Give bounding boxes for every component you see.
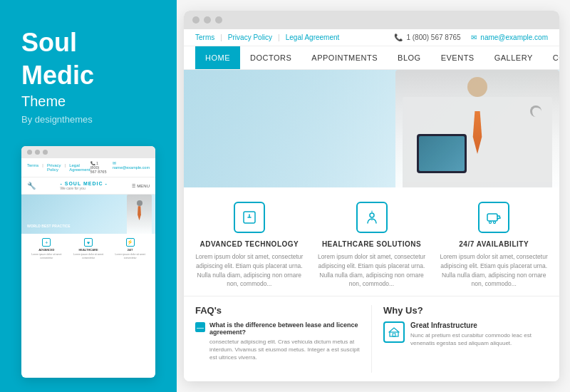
why-item-text-1: Nunc at pretium est curabitur commodo le… xyxy=(410,331,548,347)
why-item-1: Great Infrastructure Nunc at pretium est… xyxy=(383,321,548,347)
faq-panel: FAQ's — What is the difference between l… xyxy=(195,305,372,373)
mini-features-row: + ADVANCED Lorem ipsum dolor sit amet co… xyxy=(27,238,150,259)
svg-point-3 xyxy=(489,222,492,224)
top-sep-2: | xyxy=(278,33,280,41)
nav-item-home[interactable]: HOME xyxy=(195,46,240,69)
faq-question-1: What is the difference between lease and… xyxy=(209,321,360,336)
mini-feature-icon-1: + xyxy=(42,238,51,247)
svg-point-4 xyxy=(494,222,496,224)
mini-feature-text-3: Lorem ipsum dolor sit amet consectetur xyxy=(110,253,150,259)
tablet-screen xyxy=(419,136,465,171)
nav-item-doctors[interactable]: DOCTORS xyxy=(240,46,301,69)
mini-hero-text: WORLD BEST PRACTICE xyxy=(27,224,71,228)
main-content: Terms | Privacy Policy | Legal Agreement… xyxy=(177,0,570,392)
feature-item-2: HEALTHCARE SOLUTIONS Lorem ipsum dolor s… xyxy=(318,202,426,289)
top-email: ✉ name@example.com xyxy=(471,33,548,41)
main-browser-mockup: Terms | Privacy Policy | Legal Agreement… xyxy=(184,11,559,381)
svg-point-1 xyxy=(370,213,374,217)
why-icon-1 xyxy=(383,321,405,343)
tablet xyxy=(417,134,467,173)
bottom-section: FAQ's — What is the difference between l… xyxy=(184,296,559,381)
nav-item-contact[interactable]: CONTACT xyxy=(543,46,559,69)
mini-feature-icon-2: ♥ xyxy=(84,238,93,247)
mini-feature-1: + ADVANCED Lorem ipsum dolor sit amet co… xyxy=(27,238,66,259)
why-item-content-1: Great Infrastructure Nunc at pretium est… xyxy=(410,321,548,347)
mini-menu-icon: ☰ xyxy=(132,183,135,188)
top-link-privacy[interactable]: Privacy Policy xyxy=(228,33,272,41)
mini-feature-title-3: 24/7 xyxy=(128,248,133,252)
theme-subtitle: Theme xyxy=(21,93,155,110)
nav-item-blog[interactable]: BLOG xyxy=(388,46,431,69)
mini-dot-1 xyxy=(27,150,32,155)
faq-content: What is the difference between lease and… xyxy=(209,321,360,362)
mini-menu-label: MENU xyxy=(137,184,150,188)
feature-item-3: 24/7 AVAILABILITY Lorem ipsum dolor sit … xyxy=(440,202,548,289)
top-phone: 📞 1 (800) 567 8765 xyxy=(394,33,461,41)
features-section: ADVANCED TECHNOLOGY Lorem ipsum dolor si… xyxy=(184,187,559,296)
mini-sep-2: | xyxy=(65,163,66,172)
svg-rect-2 xyxy=(487,214,497,221)
mini-feature-text-1: Lorem ipsum dolor sit amet consectetur xyxy=(27,253,66,259)
sidebar: Soul Medic Theme By designthemes Terms |… xyxy=(0,0,177,392)
top-link-terms[interactable]: Terms xyxy=(195,33,214,41)
title-soul: Soul xyxy=(21,29,155,57)
mini-browser-body: Terms | Privacy Policy | Legal Agreement… xyxy=(21,158,155,378)
feature-icon-2 xyxy=(356,202,388,233)
faq-indicator: — xyxy=(195,322,205,332)
feature-text-1: Lorem ipsum dolor sit amet, consectetur … xyxy=(195,252,304,289)
mini-logo-bar: 🔧 - SOUL MEDIC - We care for you ☰ MENU xyxy=(21,177,155,195)
top-sep-1: | xyxy=(220,33,222,41)
availability-icon xyxy=(486,210,502,225)
mini-nav-privacy: Privacy Policy xyxy=(47,163,61,172)
mini-menu-button: ☰ MENU xyxy=(132,183,150,188)
why-panel: Why Us? Great Infrastructure Nunc at pre… xyxy=(372,305,548,373)
stethoscope xyxy=(530,105,542,117)
nav-item-gallery[interactable]: GALLERY xyxy=(484,46,543,69)
mini-top-bar: Terms | Privacy Policy | Legal Agreement… xyxy=(21,158,155,177)
advanced-tech-icon xyxy=(242,210,257,225)
title-medic: Medic xyxy=(21,61,155,90)
svg-rect-6 xyxy=(393,334,395,336)
mini-feature-title-2: HEALTHCARE xyxy=(78,248,98,252)
theme-author: By designthemes xyxy=(21,114,155,125)
doctor-tie xyxy=(471,111,484,154)
phone-number: 1 (800) 567 8765 xyxy=(406,33,460,41)
feature-title-3: 24/7 AVAILABILITY xyxy=(459,240,529,248)
faq-item-1: — What is the difference between lease a… xyxy=(195,321,360,362)
mini-dot-3 xyxy=(43,150,48,155)
browser-dot-3 xyxy=(215,16,222,24)
theme-title: Soul Medic Theme By designthemes xyxy=(21,29,155,146)
mini-nav-legal: Legal Agreement xyxy=(69,163,90,172)
browser-dot-2 xyxy=(204,16,211,24)
hero-section xyxy=(184,70,559,187)
mini-phone: 📞 1 (800) 567 8765 xyxy=(90,161,107,174)
email-icon: ✉ xyxy=(471,33,477,41)
mini-email: ✉ name@example.com xyxy=(113,161,150,174)
mini-feature-text-2: Lorem ipsum dolor sit amet consectetur xyxy=(69,253,108,259)
mini-hero-doctor xyxy=(127,195,152,234)
mini-browser-preview: Terms | Privacy Policy | Legal Agreement… xyxy=(21,146,155,378)
top-nav-links: Terms | Privacy Policy | Legal Agreement xyxy=(195,33,339,41)
svg-rect-5 xyxy=(390,332,398,336)
feature-title-1: ADVANCED TECHNOLOGY xyxy=(200,240,299,248)
doctor-figure xyxy=(395,70,559,187)
main-navigation: HOME DOCTORS APPOINTMENTS BLOG EVENTS GA… xyxy=(184,46,559,70)
hero-overlay xyxy=(184,70,409,187)
why-item-title-1: Great Infrastructure xyxy=(410,321,548,329)
nav-item-appointments[interactable]: APPOINTMENTS xyxy=(301,46,388,69)
browser-body: Terms | Privacy Policy | Legal Agreement… xyxy=(184,29,559,381)
mini-features: + ADVANCED Lorem ipsum dolor sit amet co… xyxy=(21,234,155,378)
faq-title: FAQ's xyxy=(195,305,360,316)
mini-logo: - SOUL MEDIC - We care for you xyxy=(60,181,107,190)
top-contact-info: 📞 1 (800) 567 8765 ✉ name@example.com xyxy=(394,33,548,41)
why-title: Why Us? xyxy=(383,305,548,316)
email-address: name@example.com xyxy=(480,33,548,41)
mini-feature-2: ♥ HEALTHCARE Lorem ipsum dolor sit amet … xyxy=(69,238,108,259)
mini-doctor-head xyxy=(137,200,142,206)
nav-item-events[interactable]: EVENTS xyxy=(431,46,484,69)
feature-text-3: Lorem ipsum dolor sit amet, consectetur … xyxy=(440,252,548,289)
top-link-legal[interactable]: Legal Agreement xyxy=(286,33,340,41)
mini-hero: WORLD BEST PRACTICE xyxy=(21,195,155,234)
feature-item-1: ADVANCED TECHNOLOGY Lorem ipsum dolor si… xyxy=(195,202,304,289)
healthcare-icon xyxy=(364,210,380,225)
